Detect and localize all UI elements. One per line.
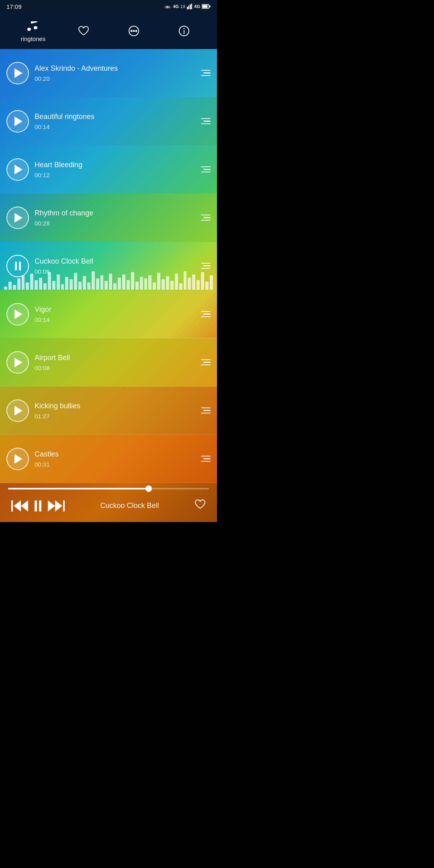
play-button-7[interactable]	[6, 351, 29, 374]
song-duration: 00:14	[35, 316, 190, 323]
wave-bar	[96, 278, 99, 290]
play-arrow-icon	[14, 358, 23, 367]
song-item[interactable]: Kicking bullies01:27	[0, 387, 217, 435]
forward-button[interactable]	[45, 497, 68, 515]
wave-bar	[127, 280, 130, 290]
wave-bar	[104, 281, 108, 290]
song-item[interactable]: Castles00:31	[0, 435, 217, 483]
wave-bar	[17, 278, 20, 290]
play-arrow-icon	[14, 68, 23, 78]
song-title: Alex Skrindo - Adventures	[35, 64, 190, 73]
wave-bar	[118, 278, 121, 290]
song-item[interactable]: Heart Bleeding00:12	[0, 145, 217, 194]
info-button[interactable]	[175, 22, 193, 40]
song-menu-button[interactable]	[196, 66, 211, 80]
pause-icon	[35, 500, 41, 512]
song-menu-button[interactable]	[196, 211, 211, 225]
pause-button[interactable]	[31, 497, 45, 515]
favorites-button[interactable]	[75, 22, 92, 40]
wave-bar	[26, 283, 29, 290]
more-options-button[interactable]	[125, 22, 143, 40]
favorite-button[interactable]	[191, 496, 209, 516]
progress-bar[interactable]	[8, 488, 209, 489]
svg-point-10	[135, 31, 137, 32]
wave-bar	[179, 283, 182, 290]
song-duration: 00:08	[35, 364, 190, 371]
song-title: Airport Bell	[35, 353, 190, 362]
wave-bar	[4, 287, 7, 290]
wave-bar	[210, 275, 213, 290]
progress-thumb	[145, 485, 152, 492]
song-duration: 00:20	[35, 75, 190, 82]
song-item[interactable]: Vigor00:14	[0, 290, 217, 338]
play-button-3[interactable]	[6, 158, 29, 181]
signal-1x: 1X	[180, 4, 185, 9]
wave-bar	[157, 273, 160, 290]
wave-bar	[153, 283, 156, 290]
song-title: Beautiful ringtones	[35, 112, 190, 121]
svg-point-13	[183, 28, 184, 29]
wave-bar	[8, 282, 12, 290]
wave-bar	[83, 276, 86, 290]
signal-text: 4G	[173, 4, 179, 9]
wave-bar	[22, 275, 25, 290]
wifi-icon	[164, 4, 171, 9]
wave-bar	[70, 279, 73, 290]
song-item[interactable]: Airport Bell00:08	[0, 338, 217, 387]
song-info: Vigor00:14	[29, 305, 196, 323]
wave-bar	[192, 274, 195, 290]
song-menu-button[interactable]	[196, 403, 211, 418]
song-menu-button[interactable]	[196, 114, 211, 129]
song-info: Rhythm of change00:28	[29, 209, 196, 226]
app-brand: ringtones	[8, 20, 58, 42]
song-title: Castles	[35, 450, 190, 459]
wave-bar	[109, 274, 112, 290]
wave-bar	[87, 283, 90, 290]
brand-label: ringtones	[21, 35, 46, 42]
signal-icon	[187, 4, 192, 9]
wave-bar	[78, 282, 82, 290]
wave-bar	[205, 282, 209, 290]
song-menu-button[interactable]	[196, 355, 211, 370]
play-button-1[interactable]	[6, 62, 29, 84]
song-item[interactable]: Cuckoo Clock Bell00:06	[0, 242, 217, 290]
play-button-8[interactable]	[6, 399, 29, 422]
play-arrow-icon	[14, 309, 23, 319]
song-info: Castles00:31	[29, 450, 196, 467]
svg-point-9	[133, 31, 134, 32]
play-button-2[interactable]	[6, 110, 29, 133]
play-arrow-icon	[14, 117, 23, 126]
play-button-6[interactable]	[6, 303, 29, 326]
song-menu-button[interactable]	[196, 452, 211, 466]
song-duration: 00:14	[35, 123, 190, 130]
player-bar: Cuckoo Clock Bell	[0, 483, 217, 522]
wave-bar	[175, 274, 178, 290]
rewind-button[interactable]	[8, 497, 31, 515]
wave-bar	[162, 279, 165, 290]
song-item[interactable]: Beautiful ringtones00:14	[0, 97, 217, 145]
music-icon	[26, 20, 41, 35]
wave-bar	[57, 274, 60, 290]
forward-icon	[48, 500, 65, 512]
song-duration: 00:12	[35, 172, 190, 178]
wave-bar	[201, 272, 204, 290]
song-title: Kicking bullies	[35, 401, 190, 411]
svg-point-8	[131, 31, 132, 32]
song-list: Alex Skrindo - Adventures00:20Beautiful …	[0, 49, 217, 483]
play-button-4[interactable]	[6, 207, 29, 229]
status-time: 17:09	[6, 3, 22, 10]
header-actions	[58, 22, 209, 40]
play-button-9[interactable]	[6, 448, 29, 470]
wave-bar	[122, 274, 125, 290]
song-item[interactable]: Alex Skrindo - Adventures00:20	[0, 49, 217, 97]
song-item[interactable]: Rhythm of change00:28	[0, 194, 217, 242]
wave-bar	[48, 272, 51, 290]
song-info: Heart Bleeding00:12	[29, 160, 196, 178]
play-arrow-icon	[14, 213, 23, 223]
song-menu-button[interactable]	[196, 162, 211, 177]
song-title: Heart Bleeding	[35, 160, 190, 170]
progress-fill	[8, 488, 149, 489]
wave-bar	[13, 285, 16, 290]
song-duration: 00:28	[35, 220, 190, 227]
song-menu-button[interactable]	[196, 307, 211, 321]
